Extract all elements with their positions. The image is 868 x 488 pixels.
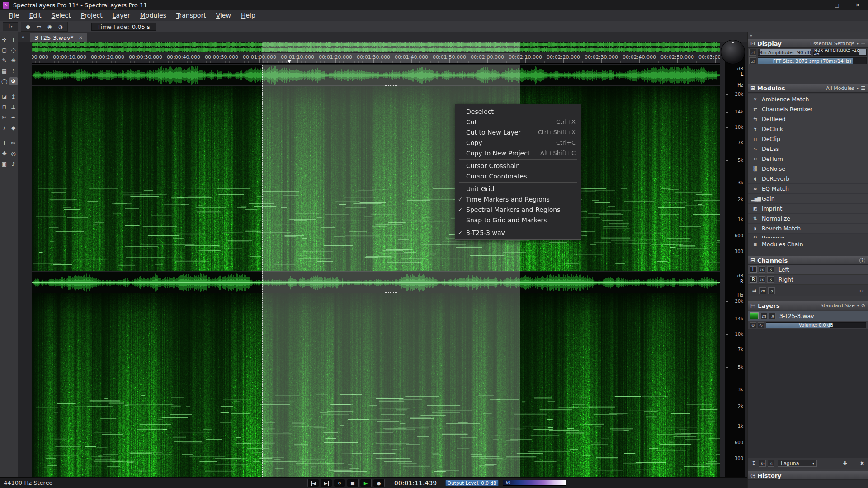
layers-list-empty-area[interactable] xyxy=(748,329,868,458)
layers-solo-button[interactable]: s xyxy=(768,460,774,467)
master-mute-button[interactable]: m xyxy=(760,287,766,294)
phase-invert-icon[interactable]: ⊘ xyxy=(750,322,756,328)
time-selection-tool[interactable]: I xyxy=(9,36,18,44)
menubar-item[interactable]: Transport xyxy=(171,10,211,21)
play-button[interactable]: ▶ xyxy=(360,479,372,487)
imprint-stamp-tool[interactable]: ⊥ xyxy=(9,103,18,111)
module-item[interactable]: ▒ DeNoise xyxy=(748,164,868,174)
module-item[interactable]: ∿ DeEss xyxy=(748,144,868,154)
context-menu-item[interactable]: ✓ 3-T25-3.wav xyxy=(455,227,581,238)
module-item[interactable]: ≈ DeHum xyxy=(748,154,868,164)
amplitude-curve-icon[interactable]: ◿ xyxy=(749,49,756,56)
frequency-selection-tool[interactable]: ▤ xyxy=(0,67,9,75)
display-menu-icon[interactable]: ☰ xyxy=(861,41,865,47)
playhead[interactable] xyxy=(303,42,303,477)
view-3d-tool[interactable]: ▣ xyxy=(0,160,9,168)
channels-section-header[interactable]: ⊟ Channels ? xyxy=(748,256,868,265)
selection-handle-bottom[interactable] xyxy=(385,292,397,293)
loop-button[interactable]: ↻ xyxy=(334,479,345,487)
current-tool-dropdown[interactable]: I ▾ xyxy=(3,22,18,31)
merge-layers-icon[interactable]: ≣ xyxy=(850,460,857,466)
module-item[interactable]: ✳ Ambience Match xyxy=(748,94,868,104)
context-menu-item[interactable]: Unit Grid xyxy=(455,183,581,194)
pencil-tool[interactable]: ✒ xyxy=(9,113,18,122)
zoom-tool[interactable]: ◎ xyxy=(9,150,18,158)
time-fade-field[interactable]: Time Fade: 0.05 s xyxy=(91,23,156,31)
layer-mute-button[interactable]: m xyxy=(760,313,767,319)
menubar-item[interactable]: Select xyxy=(47,10,76,21)
solo-button[interactable]: s xyxy=(767,266,774,273)
module-item[interactable]: ◩ Imprint xyxy=(748,204,868,214)
module-item[interactable]: ⇅ Normalize xyxy=(748,214,868,224)
fill-tool[interactable]: ◆ xyxy=(9,124,18,132)
document-tab[interactable]: 3-T25-3.wav* ✕ xyxy=(30,33,87,42)
add-layer-icon[interactable]: ✚ xyxy=(841,460,849,466)
overview-waveform[interactable] xyxy=(32,42,720,52)
close-tab-icon[interactable]: ✕ xyxy=(79,35,82,40)
rectangle-selection-tool[interactable]: ▢ xyxy=(0,46,9,54)
mute-button[interactable]: m xyxy=(759,266,765,273)
layer-volume-slider[interactable]: Volume: 0.0 dB xyxy=(766,322,866,328)
move-transform-tool[interactable]: ✛ xyxy=(0,36,9,44)
eraser-tool[interactable]: ◪ xyxy=(0,93,9,101)
extract-tool[interactable]: ↥ xyxy=(9,93,18,101)
cut-tool[interactable]: ✂ xyxy=(0,113,9,122)
module-item[interactable]: ≋ EQ Match xyxy=(748,184,868,194)
picker-tool[interactable]: ✑ xyxy=(9,139,18,147)
playback-tool[interactable]: ♪ xyxy=(9,160,18,168)
transform-settings-tool[interactable]: ⚙ xyxy=(9,77,18,85)
min-amplitude-field[interactable]: Min Amplitude: -90 dB xyxy=(758,49,811,56)
channel-row-right[interactable]: R m s Right xyxy=(748,275,868,285)
context-menu-item[interactable]: Copy to New Project Alt+Shift+C xyxy=(455,148,581,158)
context-menu-item[interactable]: Snap to Grid and Markers xyxy=(455,215,581,225)
half-circle-icon[interactable]: ◑ xyxy=(56,23,66,31)
layer-size-dropdown[interactable]: Standard Size xyxy=(821,303,855,309)
harmonics-selection-tool[interactable]: ⋮ xyxy=(9,67,18,75)
layers-mute-button[interactable]: m xyxy=(759,460,766,467)
brush-selection-tool[interactable]: ✎ xyxy=(0,56,9,65)
fft-curve-icon[interactable]: ◿ xyxy=(749,57,756,64)
layers-section-header[interactable]: ▤ Layers Standard Size ▾ ⊘ xyxy=(748,301,868,310)
module-item[interactable]: ◗ Reverb Match xyxy=(748,224,868,234)
context-menu-item[interactable]: Deselect xyxy=(455,106,581,117)
context-menu-item[interactable]: Copy Ctrl+C xyxy=(455,137,581,148)
stop-button[interactable]: ■ xyxy=(347,479,359,487)
selection-handle-top[interactable] xyxy=(385,85,397,86)
lasso-selection-tool[interactable]: ◌ xyxy=(9,46,18,54)
delete-layer-icon[interactable]: ✖ xyxy=(859,460,866,466)
history-section-header[interactable]: ◷ History xyxy=(748,471,868,480)
ellipse-selection-tool[interactable]: ◯ xyxy=(0,77,9,85)
menubar-item[interactable]: Help xyxy=(236,10,260,21)
playhead-handle[interactable] xyxy=(287,60,292,63)
frequency-axis[interactable]: dBLHz20k14k10k7k5k3k2k1k600300dBRHz20k14… xyxy=(725,53,745,477)
context-menu-item[interactable]: Cut Ctrl+X xyxy=(455,117,581,127)
clone-stamp-tool[interactable]: ⊓ xyxy=(0,103,9,111)
menubar-item[interactable]: File xyxy=(4,10,24,21)
display-preset-dropdown[interactable]: Essential Settings xyxy=(810,41,854,47)
channel-output-icon[interactable]: ↦ xyxy=(858,288,865,294)
pill-brush-icon[interactable]: ▭ xyxy=(34,23,44,31)
magic-wand-tool[interactable]: ✳ xyxy=(9,56,18,65)
modules-chain-item[interactable]: ≣ Modules Chain xyxy=(748,239,868,249)
layer-solo-button[interactable]: s xyxy=(769,313,776,319)
close-button[interactable]: ✕ xyxy=(847,0,868,10)
layer-item[interactable]: m s 3-T25-3.wav xyxy=(748,311,868,321)
modules-menu-icon[interactable]: ☰ xyxy=(861,85,865,91)
context-menu-item[interactable]: Cut to New Layer Ctrl+Shift+X xyxy=(455,127,581,137)
jog-wheel[interactable] xyxy=(721,40,745,64)
display-section-header[interactable]: ⊡ Display Essential Settings ▾ ☰ xyxy=(748,39,868,48)
modules-section-header[interactable]: ⊞ Modules All Modules ▾ ☰ xyxy=(748,84,868,93)
module-item-partial[interactable]: ↔ Reverse xyxy=(748,234,868,238)
master-solo-button[interactable]: s xyxy=(768,287,775,294)
max-amplitude-field[interactable]: Max Amplitude: -18 dB xyxy=(813,49,867,56)
text-tool[interactable]: T xyxy=(0,139,9,147)
context-menu-item[interactable]: ✓ Time Markers and Regions xyxy=(455,194,581,204)
menubar-item[interactable]: Layer xyxy=(108,10,135,21)
blend-mode-dropdown[interactable]: Laguna ▾ xyxy=(778,460,817,467)
knife-tool[interactable]: ∕ xyxy=(0,124,9,132)
module-item[interactable]: ⇆ DeBleed xyxy=(748,114,868,124)
pan-tool[interactable]: ✥ xyxy=(0,150,9,158)
context-menu-item[interactable]: ✓ Spectral Markers and Regions xyxy=(455,204,581,215)
module-item[interactable]: ⇄ Channels Remixer xyxy=(748,104,868,114)
go-to-start-button[interactable]: ◀ xyxy=(307,479,319,487)
